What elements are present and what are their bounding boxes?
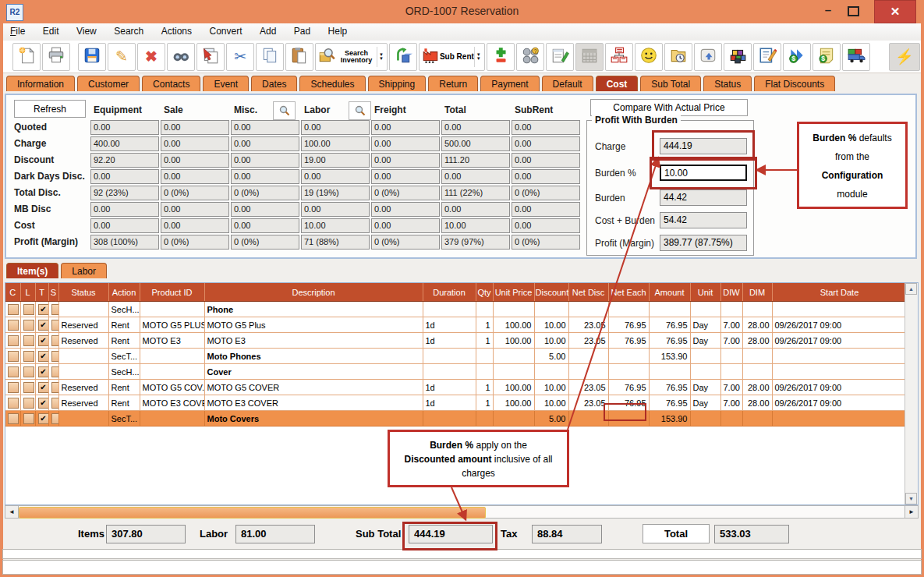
delivery-truck-button[interactable] — [842, 43, 870, 71]
tab-event[interactable]: Event — [203, 76, 249, 91]
cell-unit-price[interactable]: 100.00 — [493, 333, 534, 349]
checkbox-c[interactable] — [8, 351, 19, 362]
table-row-section-cover[interactable]: ✔ SecH... Cover — [5, 364, 907, 380]
cell-action[interactable]: Rent — [108, 380, 140, 395]
cell-status[interactable] — [58, 302, 108, 317]
close-button[interactable]: ✕ — [874, 0, 916, 23]
cell-description[interactable]: MOTO E3 — [204, 333, 423, 349]
cell-dim[interactable]: 28.00 — [742, 395, 772, 411]
cell-description[interactable]: MOTO G5 COVER — [204, 380, 423, 395]
tab-flat-discounts[interactable]: Flat Discounts — [754, 76, 835, 91]
checkbox-s[interactable] — [51, 382, 59, 393]
checkbox-t[interactable]: ✔ — [38, 382, 49, 393]
menu-help[interactable]: Help — [321, 23, 355, 37]
checkbox-l[interactable] — [23, 366, 34, 377]
cell-description[interactable]: Moto Covers — [204, 411, 423, 427]
checkbox-t[interactable]: ✔ — [38, 351, 49, 362]
table-row-item[interactable]: ✔ Reserved Rent MOTO G5 PLUS MOTO G5 Plu… — [5, 317, 907, 333]
cell-amount[interactable]: 76.95 — [649, 395, 690, 411]
checkbox-c[interactable] — [8, 335, 19, 346]
checkbox-t[interactable]: ✔ — [38, 366, 49, 377]
cell-unit-price[interactable]: 100.00 — [493, 317, 534, 333]
cell-duration[interactable]: 1d — [423, 395, 476, 411]
shortcut-key-button[interactable] — [694, 43, 722, 71]
cell-product-id[interactable]: MOTO E3 COVER — [140, 395, 204, 411]
cell-discount[interactable] — [534, 302, 568, 317]
cell-status[interactable]: Reserved — [58, 317, 108, 333]
cell-description[interactable]: MOTO G5 Plus — [204, 317, 423, 333]
cell-net-disc[interactable]: 23.05 — [568, 317, 608, 333]
menu-view[interactable]: View — [69, 23, 104, 37]
menu-actions[interactable]: Actions — [154, 23, 199, 37]
tab-schedules[interactable]: Schedules — [299, 76, 365, 91]
cell-unit[interactable]: Day — [690, 333, 720, 349]
cell-discount[interactable]: 10.00 — [534, 317, 568, 333]
cell-unit-price[interactable] — [493, 411, 534, 427]
cell-start-date[interactable] — [772, 411, 907, 427]
cell-action[interactable]: Rent — [108, 317, 140, 333]
cell-net-disc[interactable]: 23.05 — [568, 333, 608, 349]
paste-button[interactable] — [285, 43, 313, 71]
cell-diw[interactable] — [720, 302, 742, 317]
scroll-down-arrow[interactable]: ▼ — [905, 493, 917, 504]
cell-start-date[interactable]: 09/26/2017 09:00 — [772, 395, 907, 411]
checkbox-t[interactable]: ✔ — [38, 413, 49, 424]
table-row-section-phone[interactable]: ✔ SecH... Phone — [5, 302, 907, 317]
menu-convert[interactable]: Convert — [203, 23, 250, 37]
cell-qty[interactable]: 1 — [476, 395, 493, 411]
table-row-section-total[interactable]: ✔ SecT... Moto Phones 5.00 153.90 — [5, 349, 907, 364]
cell-unit[interactable] — [690, 364, 720, 380]
cell-unit-price[interactable]: 100.00 — [493, 395, 534, 411]
cell-product-id[interactable] — [140, 302, 204, 317]
availability-group-button[interactable]: ? — [516, 43, 544, 71]
find-button[interactable] — [167, 43, 195, 71]
search-inventory-dropdown[interactable]: ▼▼ — [377, 47, 385, 67]
cell-dim[interactable] — [742, 349, 772, 364]
menu-pad[interactable]: Pad — [287, 23, 317, 37]
cell-net-each[interactable]: 76.95 — [608, 333, 649, 349]
cell-status[interactable] — [58, 411, 108, 427]
cell-diw[interactable]: 7.00 — [720, 333, 742, 349]
cell-unit-price[interactable] — [493, 349, 534, 364]
cell-description[interactable]: Phone — [204, 302, 423, 317]
cell-dim[interactable]: 28.00 — [742, 333, 772, 349]
cell-action[interactable]: SecT... — [108, 349, 140, 364]
tab-status[interactable]: Status — [703, 76, 752, 91]
cell-duration[interactable] — [423, 364, 476, 380]
cell-action[interactable]: SecH... — [108, 302, 140, 317]
edit-button[interactable]: ✎ — [108, 43, 136, 71]
cell-net-disc[interactable] — [568, 411, 608, 427]
tab-customer[interactable]: Customer — [77, 76, 140, 91]
checkbox-t[interactable]: ✔ — [38, 304, 49, 315]
cell-net-each[interactable]: 76.95 — [608, 395, 649, 411]
checkbox-c[interactable] — [8, 320, 19, 331]
cell-diw[interactable]: 7.00 — [720, 380, 742, 395]
checkbox-l[interactable] — [23, 398, 34, 409]
tab-labor[interactable]: Labor — [61, 263, 107, 278]
cell-net-disc[interactable] — [568, 364, 608, 380]
cell-product-id[interactable] — [140, 349, 204, 364]
checkbox-l[interactable] — [23, 413, 34, 424]
cell-net-disc[interactable] — [568, 349, 608, 364]
cell-diw[interactable]: 7.00 — [720, 395, 742, 411]
checkbox-s[interactable] — [51, 351, 59, 362]
burden-percent-input[interactable]: 10.00 — [660, 165, 747, 181]
cell-amount[interactable]: 76.95 — [649, 380, 690, 395]
copy-document-button[interactable] — [196, 43, 225, 71]
cell-amount[interactable]: 76.95 — [649, 333, 690, 349]
checkbox-c[interactable] — [8, 366, 19, 377]
checkbox-l[interactable] — [23, 351, 34, 362]
tab-dates[interactable]: Dates — [251, 76, 297, 91]
cell-net-each[interactable] — [608, 411, 649, 427]
cell-duration[interactable] — [423, 302, 476, 317]
cell-unit[interactable] — [690, 411, 720, 427]
cell-net-each[interactable] — [608, 349, 649, 364]
cut-button[interactable]: ✂ — [226, 43, 254, 71]
checkbox-c[interactable] — [8, 413, 19, 424]
compare-with-actual-price-button[interactable]: Compare With Actual Price — [590, 99, 748, 116]
cell-product-id[interactable]: MOTO G5 PLUS — [140, 317, 204, 333]
cell-unit[interactable]: Day — [690, 317, 720, 333]
scrollbar-thumb[interactable] — [19, 507, 486, 519]
checkbox-c[interactable] — [8, 382, 19, 393]
checkbox-l[interactable] — [23, 382, 34, 393]
